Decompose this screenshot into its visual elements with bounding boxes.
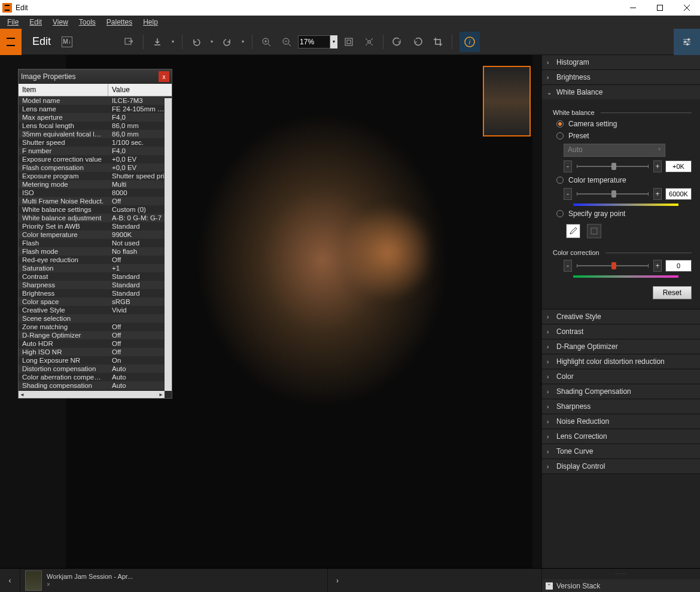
table-row: Saturation+1 <box>19 264 172 272</box>
maximize-button[interactable] <box>646 0 673 16</box>
section-color[interactable]: ›Color <box>542 369 700 384</box>
section-brightness[interactable]: ›Brightness <box>542 70 700 84</box>
chevron-right-icon: › <box>547 344 553 350</box>
save-dropdown[interactable]: ▾ <box>169 33 177 51</box>
section-sharpness[interactable]: ›Sharpness <box>542 399 700 414</box>
svg-point-19 <box>687 38 690 41</box>
fit-screen-button[interactable] <box>340 33 358 51</box>
toolbar: Edit M↓ ▾ ▾ ▾ ▾ i <box>0 29 700 55</box>
section-shading[interactable]: ›Shading Compensation <box>542 384 700 399</box>
wb-radio-preset[interactable]: Preset <box>550 132 692 140</box>
props-column-value: Value <box>108 84 172 96</box>
zoom-input[interactable] <box>298 35 330 48</box>
radio-icon <box>556 120 564 127</box>
preset-slider[interactable] <box>577 166 649 167</box>
scroll-left-icon[interactable]: ◄ <box>19 391 26 398</box>
preset-value-input[interactable] <box>665 160 692 172</box>
reset-button[interactable]: Reset <box>653 286 692 299</box>
navigator-thumbnail[interactable] <box>483 66 531 136</box>
info-button[interactable]: i <box>459 32 480 52</box>
zoom-out-button[interactable] <box>278 33 296 51</box>
cc-slider[interactable] <box>577 265 649 266</box>
section-lens[interactable]: ›Lens Correction <box>542 429 700 444</box>
section-drange[interactable]: ›D-Range Optimizer <box>542 339 700 354</box>
table-row: Lens focal length86,0 mm <box>19 122 172 130</box>
cc-value-input[interactable] <box>665 260 692 272</box>
section-tone[interactable]: ›Tone Curve <box>542 444 700 459</box>
menu-file[interactable]: File <box>2 17 23 28</box>
eyedropper-button[interactable] <box>566 224 580 238</box>
mode-label: Edit <box>22 35 62 48</box>
table-row: Flash compensation+0,0 EV <box>19 163 172 172</box>
section-histogram[interactable]: ›Histogram <box>542 55 700 69</box>
wb-radio-gray[interactable]: Specify gray point <box>550 210 692 218</box>
thumbnail-close-icon[interactable]: × <box>47 581 133 588</box>
actual-size-button[interactable] <box>360 33 378 51</box>
version-stack-header[interactable]: ⌃ Version Stack <box>541 579 700 593</box>
expand-up-icon: ⌃ <box>546 582 553 590</box>
preset-minus-button[interactable]: - <box>564 160 572 172</box>
cc-plus-button[interactable]: + <box>653 260 662 272</box>
section-display[interactable]: ›Display Control <box>542 459 700 473</box>
colortemp-gradient <box>573 204 678 206</box>
zoom-in-button[interactable] <box>257 33 275 51</box>
scroll-right-icon[interactable]: ► <box>157 391 165 398</box>
gray-sample-button[interactable] <box>587 224 601 238</box>
menu-view[interactable]: View <box>48 17 73 28</box>
rotate-left-button[interactable] <box>388 33 406 51</box>
svg-point-23 <box>686 43 689 45</box>
chevron-right-icon: › <box>547 314 553 320</box>
colortemp-plus-button[interactable]: + <box>653 188 662 200</box>
menu-tools[interactable]: Tools <box>74 17 101 28</box>
table-row: Exposure correction value+0,0 EV <box>19 155 172 163</box>
redo-button[interactable] <box>218 33 236 51</box>
save-button[interactable] <box>148 33 166 51</box>
next-image-button[interactable]: › <box>327 569 348 593</box>
radio-icon <box>556 177 564 184</box>
section-contrast[interactable]: ›Contrast <box>542 324 700 339</box>
wb-radio-camera[interactable]: Camera setting <box>550 120 692 128</box>
prev-image-button[interactable]: ‹ <box>0 569 20 593</box>
table-row: D-Range OptimizerOff <box>19 331 172 339</box>
export-button[interactable] <box>120 33 138 51</box>
props-table[interactable]: Model nameILCE-7M3Lens nameFE 24-105mm F… <box>19 96 172 398</box>
wb-preset-dropdown[interactable]: Auto <box>564 144 665 157</box>
colortemp-value-input[interactable] <box>665 188 692 200</box>
section-creative-style[interactable]: ›Creative Style <box>542 309 700 324</box>
redo-dropdown[interactable]: ▾ <box>239 33 247 51</box>
table-row: Model nameILCE-7M3 <box>19 96 172 105</box>
crop-button[interactable] <box>429 33 447 51</box>
section-noise[interactable]: ›Noise Reduction <box>542 414 700 429</box>
settings-toggle-button[interactable] <box>674 29 700 55</box>
close-button[interactable] <box>673 0 700 16</box>
zoom-dropdown[interactable]: ▾ <box>330 35 337 48</box>
resize-grip[interactable]: ⋯⋯ <box>541 569 700 579</box>
props-close-button[interactable]: x <box>159 71 169 82</box>
table-row: Multi Frame Noise Reduct.Off <box>19 197 172 205</box>
section-white-balance[interactable]: ⌄White Balance <box>542 85 700 99</box>
colortemp-minus-button[interactable]: - <box>564 188 572 200</box>
thumbnail[interactable] <box>25 570 42 591</box>
horizontal-scrollbar[interactable]: ◄ ► <box>19 391 165 398</box>
bottombar: ‹ Workjam Jam Session - Apr... × › ⋯⋯ ⌃ … <box>0 568 700 592</box>
menubar: File Edit View Tools Palettes Help <box>0 16 700 29</box>
minimize-button[interactable] <box>619 0 646 16</box>
table-row: Color spacesRGB <box>19 297 172 306</box>
section-highlight[interactable]: ›Highlight color distortion reduction <box>542 354 700 369</box>
wb-radio-colortemp[interactable]: Color temperature <box>550 176 692 184</box>
undo-button[interactable] <box>187 33 205 51</box>
menu-help[interactable]: Help <box>138 17 163 28</box>
table-row: Max apertureF4,0 <box>19 113 172 122</box>
menu-edit[interactable]: Edit <box>25 17 47 28</box>
chevron-right-icon: › <box>547 74 553 81</box>
markdown-icon[interactable]: M↓ <box>62 37 72 47</box>
undo-dropdown[interactable]: ▾ <box>208 33 216 51</box>
cc-minus-button[interactable]: - <box>564 260 572 272</box>
colortemp-slider[interactable] <box>577 193 649 195</box>
preset-plus-button[interactable]: + <box>653 160 662 172</box>
vertical-scrollbar[interactable] <box>165 98 172 391</box>
rotate-right-button[interactable] <box>409 33 427 51</box>
menu-palettes[interactable]: Palettes <box>102 17 137 28</box>
table-row: Color temperature9900K <box>19 230 172 239</box>
table-row: Long Exposure NROn <box>19 356 172 365</box>
